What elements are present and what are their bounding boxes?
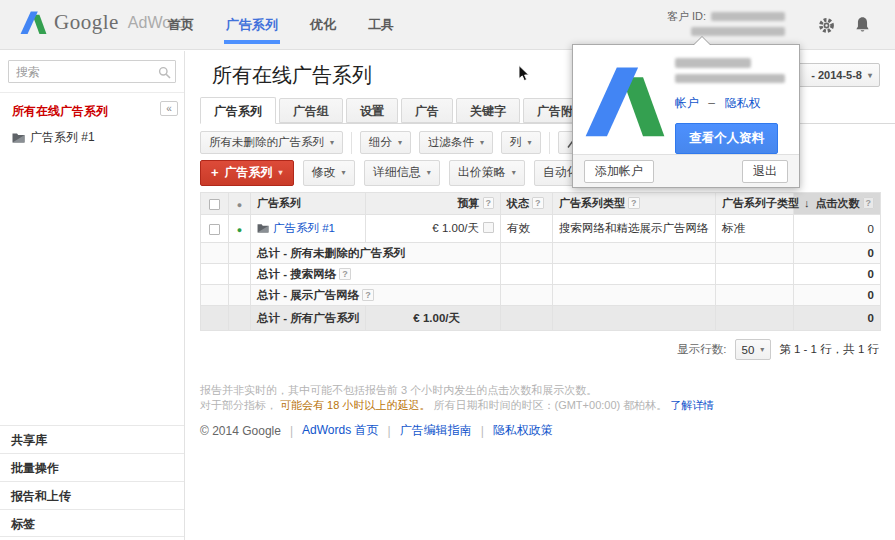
chevron-down-icon: ▾: [512, 168, 516, 177]
nav-item-opportunities[interactable]: 优化: [310, 0, 336, 50]
total-clicks: 0: [794, 264, 881, 285]
tab-ads[interactable]: 广告: [401, 98, 453, 123]
table-row: ● 广告系列 #1 € 1.00/天 有效 搜索网络和精选展示广告网络 标准 0: [201, 215, 881, 243]
sidebar-item-all-online-campaigns[interactable]: 所有在线广告系列: [12, 103, 176, 119]
nav-item-campaigns[interactable]: 广告系列: [226, 0, 278, 50]
footer: © 2014 Google | AdWords 首页 | 广告编辑指南 | 隐私…: [200, 422, 553, 439]
table-header-row: ● 广告系列 预算? 状态? 广告系列类型? 广告系列子类型 ↓ 点击次数?: [201, 193, 881, 215]
sidebar-item-shared-library[interactable]: 共享库: [0, 425, 184, 453]
tab-settings[interactable]: 设置: [346, 98, 398, 123]
edit-dropdown[interactable]: 修改 ▾: [303, 160, 355, 186]
footer-link-privacy-policy[interactable]: 隐私权政策: [493, 422, 553, 439]
sort-desc-icon: ↓: [804, 197, 810, 209]
view-profile-button[interactable]: 查看个人资料: [675, 123, 778, 154]
row-range-label: 第 1 - 1 行，共 1 行: [779, 342, 879, 357]
chevron-down-icon: ▾: [330, 138, 334, 147]
chevron-down-icon: ▾: [398, 138, 402, 147]
sidebar-collapse-button[interactable]: «: [160, 101, 178, 116]
rows-per-page-select[interactable]: 50 ▾: [735, 339, 772, 360]
sidebar-bottom-nav: 共享库 批量操作 报告和上传 标签: [0, 425, 184, 537]
help-icon[interactable]: ?: [628, 197, 640, 209]
column-header-status[interactable]: 状态?: [501, 193, 553, 215]
details-dropdown[interactable]: 详细信息 ▾: [364, 160, 440, 186]
chevron-down-icon: ▾: [528, 138, 532, 147]
top-header: Google AdWords 首页 广告系列 优化 工具 客户 ID:: [0, 0, 895, 50]
popup-footer: 添加帐户 退出: [573, 154, 799, 187]
tab-campaigns[interactable]: 广告系列: [200, 97, 276, 124]
google-wordmark: Google: [54, 10, 119, 35]
account-link[interactable]: 帐户: [675, 96, 699, 110]
help-icon[interactable]: ?: [339, 268, 351, 280]
bell-icon[interactable]: [851, 14, 873, 36]
campaign-tree: 所有在线广告系列 « 广告系列 #1: [0, 93, 184, 146]
adwords-logo-icon: [20, 10, 47, 35]
total-label: 总计 - 搜索网络: [257, 268, 336, 280]
budget-edit-icon[interactable]: [483, 222, 494, 233]
total-clicks: 0: [794, 306, 881, 331]
account-name-redacted: [675, 58, 751, 68]
subtype-cell: 标准: [716, 215, 794, 243]
column-header-campaign[interactable]: 广告系列: [251, 193, 366, 215]
page-title: 所有在线广告系列: [212, 62, 372, 89]
footer-link-adwords-home[interactable]: AdWords 首页: [302, 422, 378, 439]
sidebar-item-bulk-operations[interactable]: 批量操作: [0, 453, 184, 481]
sign-out-button[interactable]: 退出: [742, 160, 788, 183]
account-info[interactable]: 客户 ID:: [667, 9, 785, 37]
column-header-subtype[interactable]: 广告系列子类型: [716, 193, 794, 215]
column-header-budget[interactable]: 预算?: [366, 193, 501, 215]
tab-ad-groups[interactable]: 广告组: [279, 98, 343, 123]
select-all-checkbox[interactable]: [209, 199, 220, 210]
view-dropdown[interactable]: 所有未删除的广告系列 ▾: [200, 131, 343, 154]
help-icon[interactable]: ?: [483, 197, 495, 209]
segment-dropdown[interactable]: 细分 ▾: [360, 131, 411, 154]
learn-more-link[interactable]: 了解详情: [670, 399, 714, 411]
account-email-redacted: [691, 27, 785, 36]
type-cell: 搜索网络和精选展示广告网络: [553, 215, 716, 243]
total-row-undeleted: 总计 - 所有未删除的广告系列 0: [201, 243, 881, 264]
add-account-button[interactable]: 添加帐户: [584, 160, 654, 183]
help-icon[interactable]: ?: [863, 197, 875, 209]
sidebar-item-reports-uploads[interactable]: 报告和上传: [0, 481, 184, 509]
disclaimer-line2: 对于部分指标， 可能会有 18 小时以上的延迟。 所有日期和时间的时区：(GMT…: [200, 398, 714, 413]
row-checkbox[interactable]: [209, 224, 220, 235]
customer-id-redacted: [711, 12, 785, 21]
sidebar: 所有在线广告系列 « 广告系列 #1 共享库 批量操作 报告和上传 标签: [0, 51, 185, 540]
columns-dropdown[interactable]: 列 ▾: [501, 131, 541, 154]
new-campaign-button[interactable]: + 广告系列 ▾: [200, 160, 294, 186]
search-icon: [158, 65, 171, 83]
status-dot-enabled: ●: [237, 225, 242, 235]
campaign-link[interactable]: 广告系列 #1: [273, 222, 335, 234]
folder-icon: [12, 132, 25, 143]
total-label: 总计 - 所有未删除的广告系列: [251, 243, 501, 264]
report-disclaimer: 报告并非实时的，其中可能不包括报告前 3 个小时内发生的点击次数和展示次数。 对…: [200, 383, 714, 413]
sidebar-item-campaign-1[interactable]: 广告系列 #1: [12, 129, 176, 146]
total-row-search: 总计 - 搜索网络? 0: [201, 264, 881, 285]
filter-bar: 所有未删除的广告系列 ▾ 细分 ▾ 过滤条件 ▾ 列 ▾: [200, 131, 629, 154]
tab-keywords[interactable]: 关键字: [456, 98, 520, 123]
privacy-link[interactable]: 隐私权: [724, 96, 760, 110]
disclaimer-line1: 报告并非实时的，其中可能不包括报告前 3 个小时内发生的点击次数和展示次数。: [200, 383, 714, 398]
chevron-down-icon: ▾: [279, 168, 283, 177]
main-nav: 首页 广告系列 优化 工具: [168, 0, 394, 50]
gear-icon[interactable]: [815, 14, 837, 36]
campaigns-table: ● 广告系列 预算? 状态? 广告系列类型? 广告系列子类型 ↓ 点击次数? ●: [200, 192, 881, 331]
filter-dropdown[interactable]: 过滤条件 ▾: [419, 131, 493, 154]
chevron-down-icon: ▾: [342, 168, 346, 177]
help-icon[interactable]: ?: [362, 289, 374, 301]
column-header-type[interactable]: 广告系列类型?: [553, 193, 716, 215]
account-popup: 帐户 – 隐私权 查看个人资料 添加帐户 退出: [572, 44, 800, 188]
search-input[interactable]: [8, 60, 176, 83]
total-label: 总计 - 所有广告系列: [251, 306, 366, 331]
bid-strategy-dropdown[interactable]: 出价策略 ▾: [449, 160, 525, 186]
pagination: 显示行数: 50 ▾ 第 1 - 1 行，共 1 行: [677, 339, 879, 360]
footer-link-editorial-guidelines[interactable]: 广告编辑指南: [400, 422, 472, 439]
customer-id-label: 客户 ID:: [667, 9, 706, 24]
total-label: 总计 - 展示广告网络: [257, 289, 359, 301]
status-cell: 有效: [501, 215, 553, 243]
column-header-clicks[interactable]: ↓ 点击次数?: [794, 193, 881, 215]
sidebar-item-labels[interactable]: 标签: [0, 509, 184, 537]
help-icon[interactable]: ?: [532, 197, 544, 209]
nav-item-home[interactable]: 首页: [168, 0, 194, 50]
nav-item-tools[interactable]: 工具: [368, 0, 394, 50]
status-dot-header[interactable]: ●: [229, 193, 251, 215]
